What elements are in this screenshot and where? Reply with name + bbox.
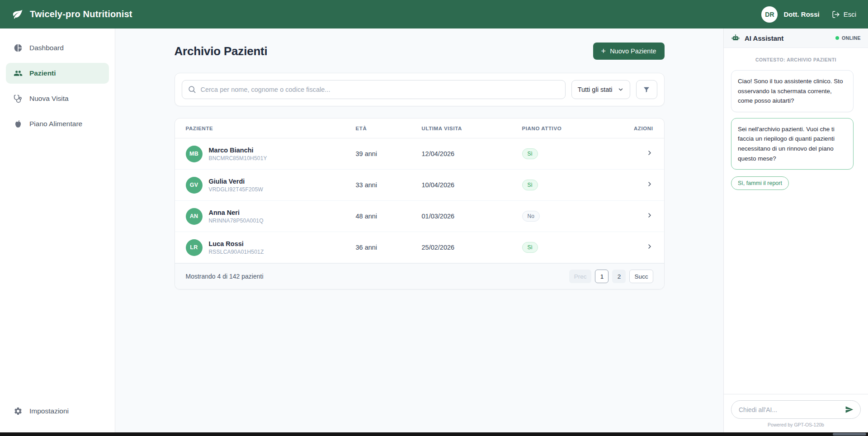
search-input[interactable] <box>182 80 566 99</box>
table-row[interactable]: GV Giulia Verdi VRDGLI92T45F205W 33 anni… <box>175 170 664 201</box>
ai-chat-input[interactable] <box>731 400 861 419</box>
patient-age: 48 anni <box>356 213 422 220</box>
search-card: Tutti gli stati <box>175 73 665 106</box>
chevron-right-icon <box>646 150 653 158</box>
ai-messages: Ciao! Sono il tuo assistente clinico. St… <box>731 70 861 175</box>
sidebar-item-label: Piano Alimentare <box>29 120 82 128</box>
page-button-1[interactable]: 1 <box>595 270 609 283</box>
col-header-paziente: PAZIENTE <box>186 126 356 131</box>
page-button-succ[interactable]: Succ <box>629 270 653 283</box>
bottom-scrollbar-track <box>0 432 868 436</box>
status-filter-value: Tutti gli stati <box>578 86 613 93</box>
ai-header: AI Assistant ONLINE <box>724 28 868 48</box>
plan-active-badge: Sì <box>522 242 538 253</box>
search-box <box>182 80 566 99</box>
filter-button[interactable] <box>636 80 657 99</box>
leaf-icon <box>12 8 24 20</box>
ai-title-group: AI Assistant <box>731 33 783 43</box>
row-action[interactable] <box>604 243 653 252</box>
patient-last-visit: 25/02/2026 <box>422 244 522 251</box>
new-patient-button[interactable]: + Nuovo Paziente <box>593 43 665 60</box>
patient-cell: MB Marco Bianchi BNCMRC85M10H501Y <box>186 146 356 162</box>
patient-last-visit: 10/04/2026 <box>422 181 522 189</box>
col-header-eta: ETÀ <box>356 126 422 131</box>
table-row[interactable]: AN Anna Neri NRINNA78P50A001Q 48 anni 01… <box>175 201 664 232</box>
apple-icon <box>14 119 23 128</box>
ai-title: AI Assistant <box>745 34 783 42</box>
status-filter-select[interactable]: Tutti gli stati <box>571 80 630 99</box>
patient-age: 39 anni <box>356 150 422 157</box>
patient-avatar: AN <box>186 208 203 225</box>
ai-context-label: CONTESTO: ARCHIVIO PAZIENTI <box>731 57 861 62</box>
ai-chat-body: CONTESTO: ARCHIVIO PAZIENTI Ciao! Sono i… <box>724 48 868 394</box>
chevron-right-icon <box>646 181 653 189</box>
patients-table: PAZIENTE ETÀ ULTIMA VISITA PIANO ATTIVO … <box>175 118 665 289</box>
sidebar-item-pazienti[interactable]: Pazienti <box>6 63 109 84</box>
row-action[interactable] <box>604 149 653 158</box>
chevron-right-icon <box>646 213 653 220</box>
page-title: Archivio Pazienti <box>175 44 268 58</box>
brand-title: Twicely-pro Nutritionist <box>30 9 132 19</box>
patient-cell: AN Anna Neri NRINNA78P50A001Q <box>186 208 356 225</box>
sidebar-item-impostazioni[interactable]: Impostazioni <box>6 401 109 422</box>
sidebar-nav: Dashboard Pazienti Nuova Visita Piano Al… <box>6 38 109 139</box>
robot-icon <box>731 33 740 43</box>
ai-suggestion-chip[interactable]: Sì, fammi il report <box>731 176 789 190</box>
scrollbar-thumb[interactable] <box>833 433 866 436</box>
table-footer: Mostrando 4 di 142 pazienti Prec 1 2 Suc… <box>175 263 664 289</box>
online-dot <box>835 36 839 40</box>
chevron-down-icon <box>618 86 624 93</box>
page-button-prec[interactable]: Prec <box>569 270 592 283</box>
plan-active-badge: Sì <box>522 180 538 190</box>
table-row[interactable]: LR Luca Rossi RSSLCA90A01H501Z 36 anni 2… <box>175 232 664 263</box>
sidebar-item-label: Pazienti <box>29 69 56 77</box>
users-icon <box>14 69 23 78</box>
sidebar-item-label: Nuova Visita <box>29 95 69 103</box>
patient-cell: LR Luca Rossi RSSLCA90A01H501Z <box>186 239 356 256</box>
plus-icon: + <box>601 47 606 55</box>
patient-last-visit: 12/04/2026 <box>422 150 522 157</box>
app-root: Twicely-pro Nutritionist DR Dott. Rossi … <box>0 0 868 436</box>
pie-chart-icon <box>14 43 23 52</box>
col-header-ultima-visita: ULTIMA VISITA <box>422 126 522 131</box>
patient-age: 33 anni <box>356 181 422 189</box>
funnel-icon <box>642 85 651 94</box>
new-patient-label: Nuovo Paziente <box>610 47 656 55</box>
stethoscope-icon <box>14 94 23 103</box>
user-area: DR Dott. Rossi Esci <box>761 6 856 23</box>
patient-fiscal-code: VRDGLI92T45F205W <box>209 186 264 193</box>
send-icon[interactable] <box>845 405 854 414</box>
sidebar-item-piano-alimentare[interactable]: Piano Alimentare <box>6 114 109 134</box>
col-header-piano-attivo: PIANO ATTIVO <box>522 126 604 131</box>
main-content: Archivio Pazienti + Nuovo Paziente Tutti… <box>115 28 723 432</box>
logout-button[interactable]: Esci <box>832 10 856 19</box>
plan-active-badge: No <box>522 211 540 222</box>
logout-label: Esci <box>844 10 856 18</box>
patient-name: Marco Bianchi <box>209 147 267 154</box>
user-name: Dott. Rossi <box>783 10 819 18</box>
sidebar-item-nuova-visita[interactable]: Nuova Visita <box>6 88 109 109</box>
pagination: Prec 1 2 Succ <box>569 270 653 283</box>
table-row[interactable]: MB Marco Bianchi BNCMRC85M10H501Y 39 ann… <box>175 138 664 170</box>
search-icon <box>188 85 196 94</box>
page-button-2[interactable]: 2 <box>612 270 626 283</box>
row-action[interactable] <box>604 212 653 221</box>
sidebar-spacer <box>6 139 109 401</box>
patient-name: Anna Neri <box>209 209 264 216</box>
patient-last-visit: 01/03/2026 <box>422 213 522 220</box>
ai-message-bubble: Sei nell'archivio pazienti. Vuoi che ti … <box>731 118 854 170</box>
patient-fiscal-code: RSSLCA90A01H501Z <box>209 249 264 255</box>
patient-fiscal-code: BNCMRC85M10H501Y <box>209 155 267 161</box>
row-action[interactable] <box>604 180 653 190</box>
sidebar-item-dashboard[interactable]: Dashboard <box>6 38 109 58</box>
table-header: PAZIENTE ETÀ ULTIMA VISITA PIANO ATTIVO … <box>175 118 664 138</box>
patient-avatar: GV <box>186 177 203 194</box>
chevron-right-icon <box>646 244 653 251</box>
brand: Twicely-pro Nutritionist <box>12 8 132 20</box>
patient-age: 36 anni <box>356 244 422 251</box>
logout-icon <box>832 10 840 19</box>
gear-icon <box>14 407 23 416</box>
sidebar-item-label: Impostazioni <box>29 407 69 415</box>
plan-active-badge: Sì <box>522 148 538 159</box>
ai-message-bubble: Ciao! Sono il tuo assistente clinico. St… <box>731 70 854 112</box>
